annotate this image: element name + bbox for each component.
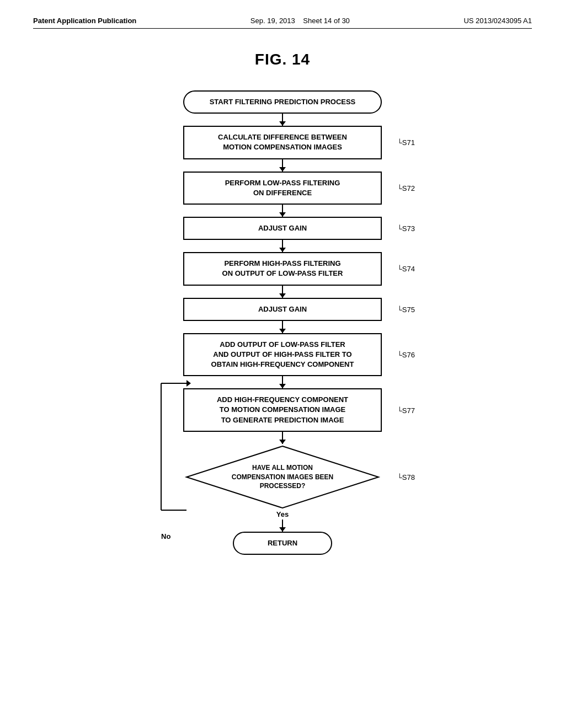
sheet-label: Sheet 14 of 30 [303,17,350,25]
date-label: Sep. 19, 2013 [250,17,295,25]
flowchart: START FILTERING PREDICTION PROCESS CALCU… [33,90,532,555]
page: Patent Application Publication Sep. 19, … [0,0,565,728]
s75-box: ADJUST GAIN [183,298,382,321]
arrow-3 [282,240,283,252]
s74-box: PERFORM HIGH-PASS FILTERING ON OUTPUT OF… [183,252,382,285]
yes-label: Yes [276,510,289,518]
arrow-1 [282,159,283,172]
arrow-2 [282,205,283,217]
arrow-4 [282,286,283,298]
patent-number-label: US 2013/0243095 A1 [463,17,532,25]
date-sheet-label: Sep. 19, 2013 Sheet 14 of 30 [250,17,350,25]
arrow-6 [282,376,283,388]
s77-label: └S77 [397,406,415,414]
start-box: START FILTERING PREDICTION PROCESS [183,90,382,114]
s78-diamond-container: HAVE ALL MOTION COMPENSATION IMAGES BEEN… [183,444,382,510]
s72-wrapper: PERFORM LOW-PASS FILTERING ON DIFFERENCE… [145,172,420,205]
s76-wrapper: ADD OUTPUT OF LOW-PASS FILTER AND OUTPUT… [145,333,420,377]
s74-label: └S74 [397,265,415,273]
arrow-5 [282,321,283,333]
s77-wrapper: ADD HIGH-FREQUENCY COMPONENT TO MOTION C… [145,388,420,432]
publication-label: Patent Application Publication [33,17,136,25]
return-box: RETURN [233,532,332,555]
yes-arrow [282,520,283,532]
s72-box: PERFORM LOW-PASS FILTERING ON DIFFERENCE [183,172,382,205]
s73-label: └S73 [397,224,415,233]
s75-wrapper: ADJUST GAIN └S75 [145,298,420,321]
start-label: START FILTERING PREDICTION PROCESS [210,98,356,106]
s78-text: HAVE ALL MOTION COMPENSATION IMAGES BEEN… [227,463,338,491]
s74-wrapper: PERFORM HIGH-PASS FILTERING ON OUTPUT OF… [145,252,420,285]
svg-marker-4 [186,380,191,387]
arrow-0 [282,114,283,126]
s76-box: ADD OUTPUT OF LOW-PASS FILTER AND OUTPUT… [183,333,382,377]
s72-label: └S72 [397,184,415,192]
page-header: Patent Application Publication Sep. 19, … [33,17,532,29]
s71-wrapper: CALCULATE DIFFERENCE BETWEEN MOTION COMP… [145,126,420,159]
start-box-wrapper: START FILTERING PREDICTION PROCESS [33,90,532,114]
s73-wrapper: ADJUST GAIN └S73 [145,217,420,240]
return-label: RETURN [268,539,297,547]
return-box-wrapper: RETURN [33,532,532,555]
s78-wrapper: HAVE ALL MOTION COMPENSATION IMAGES BEEN… [145,444,420,510]
yes-path: Yes [145,510,420,532]
s75-label: └S75 [397,305,415,313]
s71-label: └S71 [397,138,415,147]
arrow-7 [282,432,283,444]
s71-box: CALCULATE DIFFERENCE BETWEEN MOTION COMP… [183,126,382,159]
decision-arrows: Yes No [145,510,420,532]
s78-label: └S78 [397,473,415,481]
figure-title: FIG. 14 [33,51,532,68]
s77-box: ADD HIGH-FREQUENCY COMPONENT TO MOTION C… [183,388,382,432]
s73-box: ADJUST GAIN [183,217,382,240]
s76-label: └S76 [397,350,415,358]
